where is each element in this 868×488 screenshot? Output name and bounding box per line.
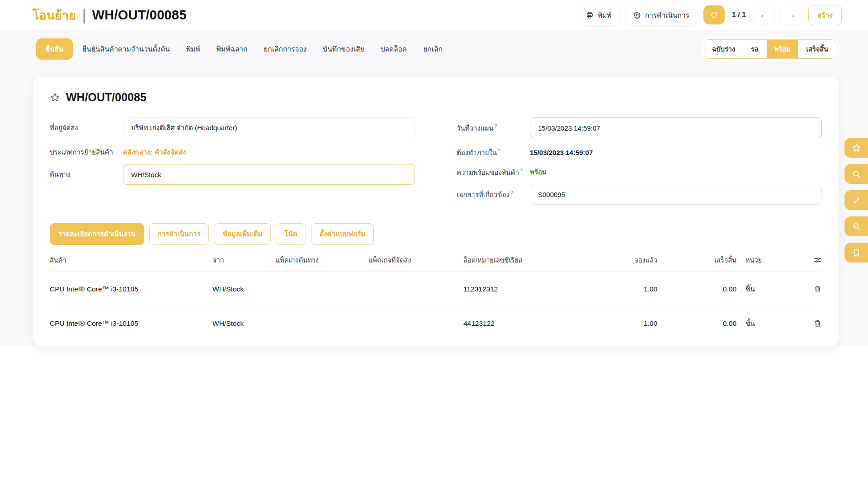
zoom-in-icon (852, 222, 861, 231)
sliders-icon (813, 256, 822, 264)
field-availability: ความพร้อมของสินค้า? พร้อม (457, 164, 822, 180)
validate-button[interactable]: ยืนยัน (36, 38, 73, 60)
operation-type-link[interactable]: คลังกลาง: คำสั่งจัดส่ง (123, 147, 186, 158)
cell-product: CPU Intel® Core™ i3-10105 (50, 319, 212, 328)
col-dest-package: แพ็คเกจที่จัดส่ง (368, 255, 463, 265)
col-product: สินค้า (50, 255, 212, 265)
side-favorite-button[interactable] (844, 138, 868, 158)
print-action-button[interactable]: พิมพ์ (179, 38, 207, 60)
action-bar: ยืนยัน ยืนยันสินค้าตามจำนวนตั้งต้น พิมพ์… (0, 33, 868, 64)
col-source-package: แพ็คเกจต้นทาง (276, 255, 368, 265)
cell-unit: ชิ้น (739, 318, 782, 329)
statusbar: ฉบับร่าง รอ พร้อม เสร็จสิ้น (700, 36, 840, 62)
cell-unit: ชิ้น (739, 283, 782, 295)
tab-additional-info[interactable]: ข้อมูลเพิ่มเติม (214, 223, 271, 245)
field-grid: ที่อยู่จัดส่ง ประเภทการย้ายสินค้า คลังกล… (50, 117, 822, 211)
content-area: ยืนยัน ยืนยันสินค้าตามจำนวนตั้งต้น พิมพ์… (0, 30, 868, 346)
scrap-button[interactable]: บันทึกของเสีย (316, 38, 371, 60)
field-source-document: เอกสารที่เกี่ยวข้อง? (457, 184, 822, 205)
actions-menu-label: การดำเนินการ (645, 9, 689, 21)
expand-icon (852, 196, 861, 205)
pager-next-button[interactable]: → (781, 5, 802, 24)
status-ready[interactable]: พร้อม (766, 40, 798, 58)
table-row[interactable]: CPU Intel® Core™ i3-10105 WH/Stock 11231… (50, 272, 822, 306)
deadline-label: ต้องทำภายใน? (457, 148, 530, 157)
unlock-button[interactable]: ปลดล็อค (374, 38, 414, 60)
scheduled-date-input[interactable] (530, 117, 822, 138)
status-draft[interactable]: ฉบับร่าง (704, 40, 743, 58)
col-from: จาก (212, 255, 276, 265)
source-location-input[interactable] (123, 164, 415, 185)
delivery-address-label: ที่อยู่จัดส่ง (50, 124, 123, 132)
delete-row-button[interactable] (813, 319, 822, 328)
tab-note[interactable]: โน้ต (276, 223, 306, 245)
scheduled-date-label: วันที่วางแผน? (457, 123, 530, 133)
operation-type-label: ประเภทการย้ายสินค้า (50, 148, 123, 157)
field-scheduled-date: วันที่วางแผน? (457, 117, 822, 138)
delivery-address-input[interactable] (123, 117, 415, 138)
unreserve-button[interactable]: ยกเลิกการจอง (257, 38, 313, 60)
col-lot-serial: ล็อต/หมายเลขซีเรียล (463, 255, 588, 265)
optional-columns-button[interactable] (813, 256, 822, 264)
table-row[interactable]: CPU Intel® Core™ i3-10105 WH/Stock 44123… (50, 306, 822, 340)
title-row: WH/OUT/00085 (50, 91, 822, 104)
star-icon (50, 92, 60, 103)
field-operation-type: ประเภทการย้ายสินค้า คลังกลาง: คำสั่งจัดส… (50, 144, 415, 160)
col-reserved: จองแล้ว (588, 255, 660, 265)
cell-done: 0.00 (660, 319, 739, 328)
help-icon: ? (498, 148, 500, 153)
status-group: ฉบับร่าง รอ พร้อม เสร็จสิ้น (704, 39, 836, 59)
printer-icon (586, 11, 594, 19)
source-location-label: ต้นทาง (50, 170, 123, 179)
cell-lot-serial: 44123122 (463, 319, 588, 328)
actions-menu-button[interactable]: การดำเนินการ (626, 5, 697, 25)
pager-previous-button[interactable]: ← (753, 5, 774, 24)
col-unit: หน่วย (739, 255, 782, 265)
side-zoom-in-button[interactable] (844, 216, 868, 236)
trash-icon (813, 319, 822, 328)
source-document-label: เอกสารที่เกี่ยวข้อง? (457, 190, 530, 199)
side-expand-button[interactable] (844, 190, 868, 210)
table-header-row: สินค้า จาก แพ็คเกจต้นทาง แพ็คเกจที่จัดส่… (50, 255, 822, 272)
side-bookmark-button[interactable] (844, 243, 868, 263)
tab-form-settings[interactable]: ตั้งค่าแบบฟอร์ม (311, 223, 374, 245)
top-bar: โอนย้าย | WH/OUT/00085 พิมพ์ การดำเนินกา… (0, 0, 868, 30)
status-waiting[interactable]: รอ (743, 40, 766, 58)
delete-row-button[interactable] (813, 285, 822, 293)
cell-reserved: 1.00 (588, 319, 660, 328)
create-button[interactable]: สร้าง (808, 5, 842, 25)
cell-lot-serial: 112312312 (463, 285, 588, 293)
set-initial-demand-button[interactable]: ยืนยันสินค้าตามจำนวนตั้งต้น (75, 38, 176, 60)
side-toolbar (844, 138, 868, 263)
cell-reserved: 1.00 (588, 285, 660, 293)
field-column-right: วันที่วางแผน? ต้องทำภายใน? 15/03/2023 14… (457, 117, 822, 211)
refresh-button[interactable] (703, 5, 725, 24)
cell-done: 0.00 (660, 285, 739, 293)
col-done: เสร็จสิ้น (660, 255, 739, 265)
favorite-toggle[interactable] (50, 92, 60, 103)
cell-from: WH/Stock (212, 319, 276, 328)
page-title: WH/OUT/00085 (66, 91, 146, 104)
cell-from: WH/Stock (212, 285, 276, 293)
notebook-tabs: รายละเอียดการดำเนินงาน การดำเนินการ ข้อม… (50, 223, 822, 245)
trash-icon (813, 285, 822, 293)
side-search-button[interactable] (844, 164, 868, 184)
field-source-location: ต้นทาง (50, 164, 415, 185)
tab-operations[interactable]: การดำเนินการ (149, 223, 209, 245)
print-button[interactable]: พิมพ์ (578, 5, 619, 25)
print-labels-button[interactable]: พิมพ์ฉลาก (209, 38, 254, 60)
star-icon (852, 143, 861, 153)
breadcrumb: โอนย้าย | WH/OUT/00085 (33, 5, 186, 25)
refresh-icon (710, 11, 718, 19)
availability-value: พร้อม (530, 167, 547, 178)
cancel-button[interactable]: ยกเลิก (416, 38, 449, 60)
status-done[interactable]: เสร็จสิ้น (798, 40, 836, 58)
breadcrumb-app-link[interactable]: โอนย้าย (33, 5, 76, 25)
print-label: พิมพ์ (598, 9, 612, 21)
bookmark-icon (852, 248, 861, 258)
cell-product: CPU Intel® Core™ i3-10105 (50, 285, 212, 293)
field-column-left: ที่อยู่จัดส่ง ประเภทการย้ายสินค้า คลังกล… (50, 117, 415, 211)
form-sheet: WH/OUT/00085 ที่อยู่จัดส่ง ประเภทการย้าย… (33, 77, 839, 346)
tab-operations-detail[interactable]: รายละเอียดการดำเนินงาน (50, 223, 144, 245)
source-document-input[interactable] (530, 184, 822, 205)
